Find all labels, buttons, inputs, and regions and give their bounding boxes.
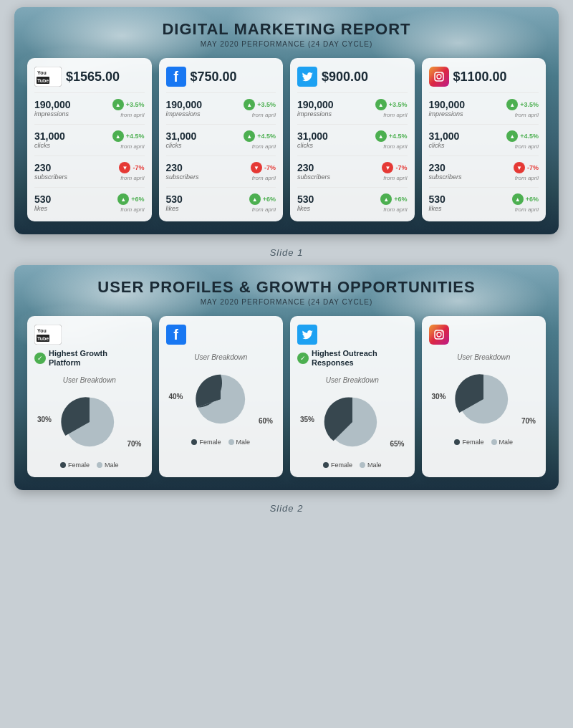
youtube-card2: You Tube ✓ Highest GrowthPlatform User B…: [27, 316, 152, 477]
ig-stat-subscribers: 230 subscribers ▼ -7% from april: [429, 155, 539, 181]
instagram-logo: $1100.00: [429, 67, 539, 87]
tw-stat-clicks: 31,000 clicks ▲ +4.5% from april: [297, 124, 408, 150]
youtube-price: $1565.00: [66, 70, 120, 85]
yt-stat-subscribers: 230 subscribers ▼ -7% from april: [34, 155, 145, 181]
instagram-card2: User Breakdown 30% 70% Female: [422, 316, 546, 477]
twitter-price: $900.00: [322, 70, 368, 85]
yt-pie-chart: [57, 390, 122, 454]
fb-legend: Female Male: [191, 439, 250, 446]
yt-stat-clicks: 31,000 clicks ▲ +4.5% from april: [34, 124, 145, 150]
ig-pie-chart: [451, 367, 516, 431]
yt-badge-row: ✓ Highest GrowthPlatform: [34, 349, 107, 368]
yt-breakdown-label: User Breakdown: [63, 376, 116, 384]
slide2-subtitle: MAY 2020 PERFORMANCE (24 DAY CYCLE): [27, 298, 546, 306]
female-dot: [60, 462, 66, 468]
instagram-price: $1100.00: [453, 70, 507, 85]
up-icon: ▲: [117, 193, 129, 205]
slide2-title: USER PROFILES & GROWTH OPPORTUNITIES: [27, 278, 546, 297]
slide2-cards-row: You Tube ✓ Highest GrowthPlatform User B…: [27, 316, 546, 477]
svg-text:Tube: Tube: [37, 336, 49, 341]
tw-badge-label: Highest OutreachResponses: [312, 349, 377, 368]
twitter-logo: $900.00: [297, 67, 408, 87]
slide1-label: Slide 1: [270, 247, 304, 258]
down-icon: ▼: [119, 162, 130, 173]
yt-stat-impressions: 190,000 impressions ▲ +3.5% from april: [34, 92, 145, 118]
check-badge-tw: ✓: [297, 353, 309, 364]
tw-stat-likes: 530 likes ▲ +6% from april: [297, 187, 408, 213]
svg-text:Tube: Tube: [37, 78, 49, 83]
tw-legend: Female Male: [323, 461, 382, 469]
instagram-card: $1100.00 190,000 impressions ▲ +3.5% fro…: [422, 58, 546, 221]
svg-text:You: You: [37, 328, 47, 333]
slide2-label: Slide 2: [270, 503, 304, 514]
fb-stat-likes: 530 likes ▲ +6% from april: [166, 187, 276, 213]
ig-stat-clicks: 31,000 clicks ▲ +4.5% from april: [429, 124, 539, 150]
ig-stat-impressions: 190,000 impressions ▲ +3.5% from april: [429, 92, 539, 118]
slide1-subtitle: MAY 2020 PERFORMANCE (24 DAY CYCLE): [27, 40, 546, 48]
svg-text:You: You: [37, 70, 47, 75]
youtube-logo2: You Tube: [34, 325, 62, 345]
twitter-card: $900.00 190,000 impressions ▲ +3.5% from…: [290, 58, 415, 221]
fb-stat-clicks: 31,000 clicks ▲ +4.5% from april: [166, 124, 276, 150]
tw-stat-subscribers: 230 subscribers ▼ -7% from april: [297, 155, 408, 181]
slide-2: USER PROFILES & GROWTH OPPORTUNITIES MAY…: [14, 265, 559, 490]
ig-breakdown-label: User Breakdown: [457, 353, 510, 361]
svg-point-17: [437, 332, 441, 337]
instagram-logo-icon: [429, 67, 449, 87]
tw-card2-header: ✓ Highest OutreachResponses: [297, 325, 408, 368]
yt-legend: Female Male: [60, 461, 119, 469]
facebook-card: f $750.00 190,000 impressions ▲ +3.5% fr…: [159, 58, 284, 221]
svg-point-6: [437, 75, 441, 79]
ig-stat-likes: 530 likes ▲ +6% from april: [429, 187, 539, 213]
youtube-logo: You Tube $1565.00: [34, 67, 145, 87]
svg-point-7: [441, 73, 443, 75]
facebook-logo: f $750.00: [166, 67, 276, 87]
facebook-logo2: f: [166, 325, 186, 345]
fb-card2-header: f: [166, 325, 276, 345]
slide1-title: DIGITAL MARKETING REPORT: [27, 20, 546, 39]
ig-card2-header: [429, 325, 539, 345]
facebook-logo-icon: f: [166, 67, 186, 87]
up-icon: ▲: [112, 99, 124, 110]
slide1-cards-row: You Tube $1565.00 190,000 impressions: [27, 58, 546, 221]
yt-card2-header: You Tube ✓ Highest GrowthPlatform: [34, 325, 145, 368]
ig-pie-container: 30% 70%: [429, 367, 539, 431]
slide-1: DIGITAL MARKETING REPORT MAY 2020 PERFOR…: [14, 7, 559, 234]
fb-pie-chart: [188, 367, 253, 431]
twitter-logo2: [297, 325, 317, 345]
facebook-card2: f User Breakdown 40% 60% F: [159, 316, 284, 477]
fb-breakdown-label: User Breakdown: [194, 353, 247, 361]
tw-stat-impressions: 190,000 impressions ▲ +3.5% from april: [297, 92, 408, 118]
youtube-logo-box: You Tube: [34, 67, 62, 87]
yt-badge-label: Highest GrowthPlatform: [49, 349, 107, 368]
tw-pie-chart: [320, 390, 385, 454]
facebook-price: $750.00: [191, 70, 237, 85]
tw-pie-container: 35% 65%: [297, 390, 408, 454]
svg-point-18: [441, 331, 443, 332]
instagram-logo2: [429, 325, 449, 345]
up-icon: ▲: [112, 130, 124, 142]
yt-stat-likes: 530 likes ▲ +6% from april: [34, 187, 145, 213]
tw-breakdown-label: User Breakdown: [326, 376, 379, 384]
twitter-card2: ✓ Highest OutreachResponses User Breakdo…: [290, 316, 415, 477]
yt-pie-container: 30% 70%: [34, 390, 145, 454]
check-badge-yt: ✓: [34, 353, 46, 364]
fb-stat-subscribers: 230 subscribers ▼ -7% from april: [166, 155, 276, 181]
fb-pie-container: 40% 60%: [166, 367, 276, 431]
twitter-logo-icon: [297, 67, 317, 87]
youtube-card: You Tube $1565.00 190,000 impressions: [27, 58, 152, 221]
ig-legend: Female Male: [454, 439, 513, 446]
tw-badge-row: ✓ Highest OutreachResponses: [297, 349, 377, 368]
fb-stat-impressions: 190,000 impressions ▲ +3.5% from april: [166, 92, 276, 118]
male-dot: [97, 462, 102, 468]
